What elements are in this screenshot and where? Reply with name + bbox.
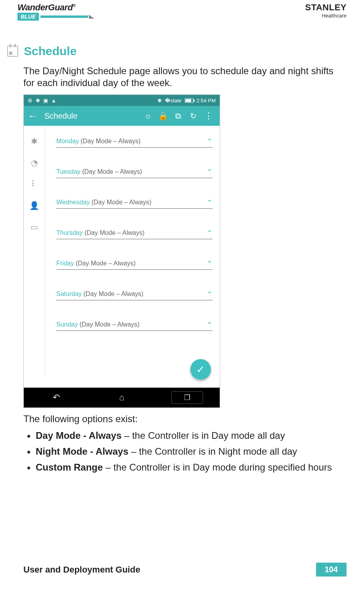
schedule-row[interactable]: Friday (Day Mode – Always) ⌄ xyxy=(56,258,213,270)
schedule-row[interactable]: Wednesday (Day Mode – Always) ⌄ xyxy=(56,197,213,209)
gear-icon[interactable]: ✱ xyxy=(30,137,38,146)
mode-label: (Day Mode – Always) xyxy=(78,321,140,328)
logo-stripe xyxy=(40,15,88,18)
android-recent-icon[interactable]: ❐ xyxy=(171,391,203,404)
intro-paragraph: The Day/Night Schedule page allows you t… xyxy=(23,65,347,89)
day-label: Sunday xyxy=(56,321,78,328)
options-heading: The following options exist: xyxy=(23,413,364,425)
statusbar-time: 2:54 PM xyxy=(197,98,216,104)
confirm-fab[interactable]: ✓ xyxy=(190,359,211,380)
option-bold: Custom Range xyxy=(36,462,103,473)
bluetooth-icon: ✱ xyxy=(157,98,162,104)
page-footer: User and Deployment Guide 104 xyxy=(0,563,364,577)
lock-icon[interactable]: 🔒 xyxy=(155,111,171,121)
brightness-icon[interactable]: ☼ xyxy=(140,111,155,121)
device-screenshot: ⚙ ✱ ▣ ▲ ✱ �state 2:54 PM ← Schedule ☼ 🔒 … xyxy=(23,94,220,408)
schedule-list: Monday (Day Mode – Always) ⌄ Tuesday (Da… xyxy=(45,126,220,376)
globe-icon: ⚙ xyxy=(28,98,33,104)
section-heading: Schedule xyxy=(7,44,364,58)
statusbar-right: ✱ �state 2:54 PM xyxy=(157,98,216,104)
mode-label: (Day Mode – Always) xyxy=(79,138,141,144)
mode-label: (Day Mode – Always) xyxy=(80,168,142,175)
battery-icon xyxy=(185,98,193,103)
schedule-row[interactable]: Thursday (Day Mode – Always) ⌄ xyxy=(56,228,213,239)
day-label: Monday xyxy=(56,138,79,144)
mode-label: (Day Mode – Always) xyxy=(90,199,151,206)
option-rest: – the Controller is in Day mode all day xyxy=(122,430,285,441)
calendar-rail-icon[interactable]: ▭ xyxy=(30,223,38,231)
stanley-text: STANLEY xyxy=(305,2,347,13)
schedule-row[interactable]: Saturday (Day Mode – Always) ⌄ xyxy=(56,289,213,300)
node-icon[interactable]: ⠇ xyxy=(30,180,38,188)
calendar-icon xyxy=(7,46,18,57)
crop-icon[interactable]: ⧉ xyxy=(171,111,186,121)
bluetooth-icon: ✱ xyxy=(36,98,40,104)
overflow-menu-icon[interactable]: ⋮ xyxy=(201,111,216,121)
logo-arrow xyxy=(89,15,94,19)
chevron-down-icon[interactable]: ⌄ xyxy=(207,286,213,295)
page-header: WanderGuard® BLUE STANLEY Healthcare xyxy=(0,0,364,19)
chevron-down-icon[interactable]: ⌄ xyxy=(207,317,213,326)
day-label: Friday xyxy=(56,260,74,267)
warning-icon: ▲ xyxy=(51,98,56,104)
chevron-down-icon[interactable]: ⌄ xyxy=(207,225,213,234)
day-label: Wednesday xyxy=(56,199,90,206)
android-back-icon[interactable]: ↶ xyxy=(40,392,72,403)
registered-mark: ® xyxy=(73,4,76,8)
nav-rail: ✱ ◔ ⠇ 👤 ▭ xyxy=(24,126,45,376)
schedule-row[interactable]: Sunday (Day Mode – Always) ⌄ xyxy=(56,319,213,331)
options-list: Day Mode - Always – the Controller is in… xyxy=(36,429,347,475)
refresh-icon[interactable]: ↻ xyxy=(186,111,201,121)
option-rest: – the Controller is in Day mode during s… xyxy=(103,462,332,473)
mode-label: (Day Mode – Always) xyxy=(82,290,144,297)
day-label: Saturday xyxy=(56,290,82,297)
footer-guide: User and Deployment Guide xyxy=(23,565,140,575)
android-home-icon[interactable]: ⌂ xyxy=(106,392,138,403)
person-icon[interactable]: 👤 xyxy=(30,201,38,210)
back-arrow-icon[interactable]: ← xyxy=(28,110,37,121)
logo-text: WanderGuard® xyxy=(17,2,94,13)
day-label: Tuesday xyxy=(56,168,80,175)
mode-label: (Day Mode – Always) xyxy=(83,229,145,236)
chevron-down-icon[interactable]: ⌄ xyxy=(207,256,213,265)
logo-sub: BLUE xyxy=(17,13,39,21)
option-item: Custom Range – the Controller is in Day … xyxy=(36,460,347,475)
check-icon: ✓ xyxy=(196,363,205,376)
option-item: Day Mode - Always – the Controller is in… xyxy=(36,429,347,443)
chevron-down-icon[interactable]: ⌄ xyxy=(207,195,213,204)
mode-label: (Day Mode – Always) xyxy=(74,260,136,267)
appbar-title: Schedule xyxy=(44,111,140,121)
stanley-logo: STANLEY Healthcare xyxy=(305,2,347,19)
android-navbar: ↶ ⌂ ❐ xyxy=(24,388,220,407)
status-bar: ⚙ ✱ ▣ ▲ ✱ �state 2:54 PM xyxy=(24,95,220,106)
app-body: ✱ ◔ ⠇ 👤 ▭ Monday (Day Mode – Always) ⌄ T… xyxy=(24,126,220,376)
page-number: 104 xyxy=(316,563,347,577)
logo-main: WanderGuard xyxy=(17,2,73,12)
clock-icon[interactable]: ◔ xyxy=(30,158,38,167)
stanley-sub: Healthcare xyxy=(305,13,347,19)
app-bar: ← Schedule ☼ 🔒 ⧉ ↻ ⋮ xyxy=(24,106,220,126)
wanderguard-logo: WanderGuard® BLUE xyxy=(17,2,94,21)
wifi-icon: �state xyxy=(165,98,181,104)
option-bold: Day Mode - Always xyxy=(36,430,122,441)
option-bold: Night Mode - Always xyxy=(36,446,128,457)
day-label: Thursday xyxy=(56,229,83,236)
image-icon: ▣ xyxy=(43,98,48,104)
logo-sub-row: BLUE xyxy=(17,13,94,21)
chevron-down-icon[interactable]: ⌄ xyxy=(207,164,213,173)
option-rest: – the Controller is in Night mode all da… xyxy=(128,446,297,457)
statusbar-left: ⚙ ✱ ▣ ▲ xyxy=(28,98,56,104)
chevron-down-icon[interactable]: ⌄ xyxy=(207,134,213,142)
option-item: Night Mode - Always – the Controller is … xyxy=(36,444,347,459)
schedule-row[interactable]: Monday (Day Mode – Always) ⌄ xyxy=(56,136,213,148)
section-title: Schedule xyxy=(24,44,77,58)
schedule-row[interactable]: Tuesday (Day Mode – Always) ⌄ xyxy=(56,167,213,178)
